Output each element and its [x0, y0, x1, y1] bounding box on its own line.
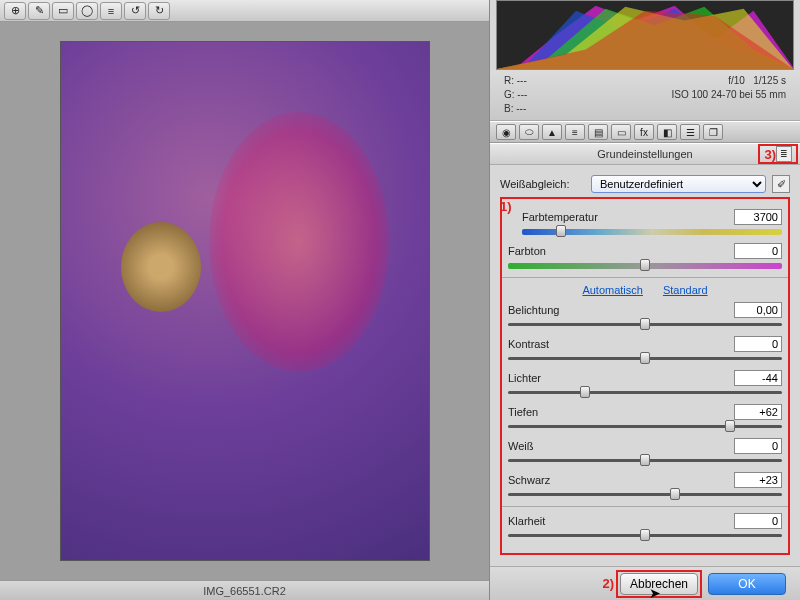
temperature-track[interactable]: [522, 227, 782, 237]
preview-canvas[interactable]: [0, 22, 489, 580]
tab-snapshot-icon[interactable]: ❐: [703, 124, 723, 140]
tab-presets-icon[interactable]: ☰: [680, 124, 700, 140]
slider-tint: Farbton: [508, 243, 782, 271]
slider-label: Farbton: [508, 245, 546, 257]
histogram[interactable]: [496, 0, 794, 70]
readout-g: G: ---: [504, 88, 527, 102]
auto-link[interactable]: Automatisch: [582, 284, 643, 296]
oval-tool-icon[interactable]: ◯: [76, 2, 98, 20]
tab-hsl-icon[interactable]: ≡: [565, 124, 585, 140]
slider-label: Weiß: [508, 440, 533, 452]
slider-label: Klarheit: [508, 515, 545, 527]
tab-fx-icon[interactable]: fx: [634, 124, 654, 140]
annotation-1-label: 1): [500, 199, 512, 214]
readout-iso-lens: ISO 100 24-70 bei 55 mm: [671, 88, 786, 102]
blacks-input[interactable]: [734, 472, 782, 488]
panel-header: Grundeinstellungen ≣ 3): [490, 143, 800, 165]
tint-track[interactable]: [508, 261, 782, 271]
tab-lens-icon[interactable]: ▭: [611, 124, 631, 140]
tab-camera-icon[interactable]: ◧: [657, 124, 677, 140]
wb-select[interactable]: Benutzerdefiniert: [591, 175, 766, 193]
blacks-track[interactable]: [508, 490, 782, 500]
contrast-track[interactable]: [508, 354, 782, 364]
cursor-icon: ➤: [649, 585, 661, 601]
info-readout: R: --- G: --- B: --- f/10 1/125 s ISO 10…: [490, 70, 800, 121]
slider-label: Kontrast: [508, 338, 549, 350]
photo-preview: [60, 41, 430, 561]
shadows-input[interactable]: [734, 404, 782, 420]
tab-detail-icon[interactable]: ▲: [542, 124, 562, 140]
rotate-cw-icon[interactable]: ↻: [148, 2, 170, 20]
brush-tool-icon[interactable]: ✎: [28, 2, 50, 20]
readout-aperture: f/10: [728, 75, 745, 86]
rotate-ccw-icon[interactable]: ↺: [124, 2, 146, 20]
slider-label: Lichter: [508, 372, 541, 384]
ok-button[interactable]: OK: [708, 573, 786, 595]
slider-exposure: Belichtung: [508, 302, 782, 330]
whites-track[interactable]: [508, 456, 782, 466]
temperature-input[interactable]: [734, 209, 782, 225]
slider-label: Belichtung: [508, 304, 559, 316]
image-preview-pane: ⊕ ✎ ▭ ◯ ≡ ↺ ↻ IMG_66551.CR2: [0, 0, 490, 600]
highlights-track[interactable]: [508, 388, 782, 398]
readout-shutter: 1/125 s: [753, 75, 786, 86]
readout-r: R: ---: [504, 74, 527, 88]
list-tool-icon[interactable]: ≡: [100, 2, 122, 20]
clarity-input[interactable]: [734, 513, 782, 529]
exposure-track[interactable]: [508, 320, 782, 330]
window-tool-icon[interactable]: ▭: [52, 2, 74, 20]
clarity-track[interactable]: [508, 531, 782, 541]
slider-contrast: Kontrast: [508, 336, 782, 364]
panel-menu-icon[interactable]: ≣: [776, 146, 792, 162]
slider-shadows: Tiefen: [508, 404, 782, 432]
slider-whites: Weiß: [508, 438, 782, 466]
filename-label: IMG_66551.CR2: [0, 580, 489, 600]
zoom-tool-icon[interactable]: ⊕: [4, 2, 26, 20]
annotation-2-label: 2): [602, 576, 614, 591]
readout-b: B: ---: [504, 102, 527, 116]
tab-curve-icon[interactable]: ⬭: [519, 124, 539, 140]
slider-highlights: Lichter: [508, 370, 782, 398]
slider-label: Schwarz: [508, 474, 550, 486]
annotation-3-label: 3): [764, 147, 776, 162]
sliders-group: 1) Farbtemperatur Farbton Automatisch St…: [500, 197, 790, 555]
slider-blacks: Schwarz: [508, 472, 782, 500]
slider-temperature: Farbtemperatur: [522, 209, 782, 237]
basic-panel-body: Weißabgleich: Benutzerdefiniert ✐ 1) Far…: [490, 165, 800, 566]
standard-link[interactable]: Standard: [663, 284, 708, 296]
wb-label: Weißabgleich:: [500, 178, 585, 190]
panel-title: Grundeinstellungen: [597, 148, 692, 160]
shadows-track[interactable]: [508, 422, 782, 432]
adjustments-pane: R: --- G: --- B: --- f/10 1/125 s ISO 10…: [490, 0, 800, 600]
dialog-footer: 2) Abbrechen ➤ OK: [490, 566, 800, 600]
whites-input[interactable]: [734, 438, 782, 454]
tab-basic-icon[interactable]: ◉: [496, 124, 516, 140]
tint-input[interactable]: [734, 243, 782, 259]
exposure-input[interactable]: [734, 302, 782, 318]
slider-label: Tiefen: [508, 406, 538, 418]
contrast-input[interactable]: [734, 336, 782, 352]
wb-eyedropper-icon[interactable]: ✐: [772, 175, 790, 193]
highlights-input[interactable]: [734, 370, 782, 386]
panel-tabs: ◉ ⬭ ▲ ≡ ▤ ▭ fx ◧ ☰ ❐: [490, 121, 800, 143]
tab-split-icon[interactable]: ▤: [588, 124, 608, 140]
slider-clarity: Klarheit: [508, 513, 782, 541]
slider-label: Farbtemperatur: [522, 211, 598, 223]
preview-toolbar: ⊕ ✎ ▭ ◯ ≡ ↺ ↻: [0, 0, 489, 22]
